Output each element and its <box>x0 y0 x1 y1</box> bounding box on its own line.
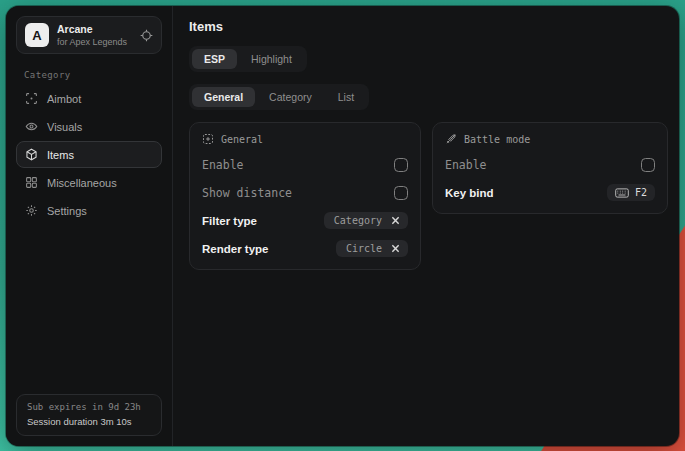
setting-row-enable: Enable <box>202 156 408 173</box>
viewfinder-icon <box>202 133 214 145</box>
sidebar-item-miscellaneous[interactable]: Miscellaneous <box>16 169 162 196</box>
setting-row-filter-type: Filter type Category <box>202 212 408 229</box>
setting-row-render-type: Render type Circle <box>202 240 408 257</box>
tab-esp[interactable]: ESP <box>192 49 237 69</box>
battle-mode-panel-header: Battle mode <box>445 133 655 145</box>
clear-icon[interactable] <box>391 244 400 253</box>
setting-label: Enable <box>445 158 487 172</box>
setting-label: Render type <box>202 243 268 255</box>
tab-list[interactable]: List <box>326 87 366 107</box>
sidebar-item-label: Items <box>47 149 74 161</box>
keyboard-icon <box>615 188 629 198</box>
enable-checkbox[interactable] <box>394 158 408 172</box>
sidebar-item-label: Settings <box>47 205 87 217</box>
keybind-button[interactable]: F2 <box>607 184 655 201</box>
sidebar-item-items[interactable]: Items <box>16 141 162 168</box>
panel-title: Battle mode <box>464 134 530 145</box>
app-header-card: A Arcane for Apex Legends <box>16 16 162 54</box>
sidebar-section-label: Category <box>24 70 162 80</box>
app-meta: Arcane for Apex Legends <box>57 23 132 47</box>
tab-highlight[interactable]: Highlight <box>239 49 304 69</box>
sidebar-item-label: Aimbot <box>47 93 81 105</box>
setting-label: Enable <box>202 158 244 172</box>
crosshair-icon <box>25 92 38 105</box>
setting-row-show-distance: Show distance <box>202 184 408 201</box>
subscription-info-card: Sub expires in 9d 23h Session duration 3… <box>16 394 162 436</box>
tab-general[interactable]: General <box>192 87 255 107</box>
app-title: Arcane <box>57 23 132 35</box>
grid-icon <box>25 176 38 189</box>
target-icon[interactable] <box>140 29 153 42</box>
setting-row-enable: Enable <box>445 156 655 173</box>
setting-row-key-bind: Key bind F2 <box>445 184 655 201</box>
render-type-value: Circle <box>346 243 382 254</box>
render-type-select[interactable]: Circle <box>336 240 408 257</box>
mode-tab-group: ESP Highlight <box>189 46 307 72</box>
sub-expiry-text: Sub expires in 9d 23h <box>27 402 151 412</box>
sidebar-item-label: Visuals <box>47 121 82 133</box>
sidebar-item-aimbot[interactable]: Aimbot <box>16 85 162 112</box>
app-subtitle: for Apex Legends <box>57 37 132 47</box>
sidebar-nav: Aimbot Visuals Items <box>16 85 162 224</box>
general-panel-header: General <box>202 133 408 145</box>
main-content: Items ESP Highlight General Category Lis… <box>173 6 679 446</box>
gear-icon <box>25 204 38 217</box>
setting-label: Show distance <box>202 186 292 200</box>
sidebar-item-settings[interactable]: Settings <box>16 197 162 224</box>
setting-label: Filter type <box>202 215 257 227</box>
app-window: A Arcane for Apex Legends Category <box>6 6 679 446</box>
box-icon <box>25 148 38 161</box>
tab-category[interactable]: Category <box>257 87 324 107</box>
general-panel: General Enable Show distance Filter type… <box>189 122 421 270</box>
sidebar: A Arcane for Apex Legends Category <box>6 6 173 446</box>
sword-icon <box>445 133 457 145</box>
battle-mode-panel: Battle mode Enable Key bind <box>432 122 668 214</box>
panels-row: General Enable Show distance Filter type… <box>189 122 668 270</box>
filter-type-select[interactable]: Category <box>324 212 408 229</box>
clear-icon[interactable] <box>391 216 400 225</box>
sidebar-item-label: Miscellaneous <box>47 177 117 189</box>
setting-label: Key bind <box>445 187 494 199</box>
panel-title: General <box>221 134 263 145</box>
show-distance-checkbox[interactable] <box>394 186 408 200</box>
eye-icon <box>25 120 38 133</box>
page-title: Items <box>189 19 668 34</box>
sidebar-item-visuals[interactable]: Visuals <box>16 113 162 140</box>
app-logo: A <box>25 23 49 47</box>
keybind-value: F2 <box>635 187 647 198</box>
view-tab-group: General Category List <box>189 84 369 110</box>
filter-type-value: Category <box>334 215 382 226</box>
session-duration-text: Session duration 3m 10s <box>27 416 151 427</box>
battle-enable-checkbox[interactable] <box>641 158 655 172</box>
